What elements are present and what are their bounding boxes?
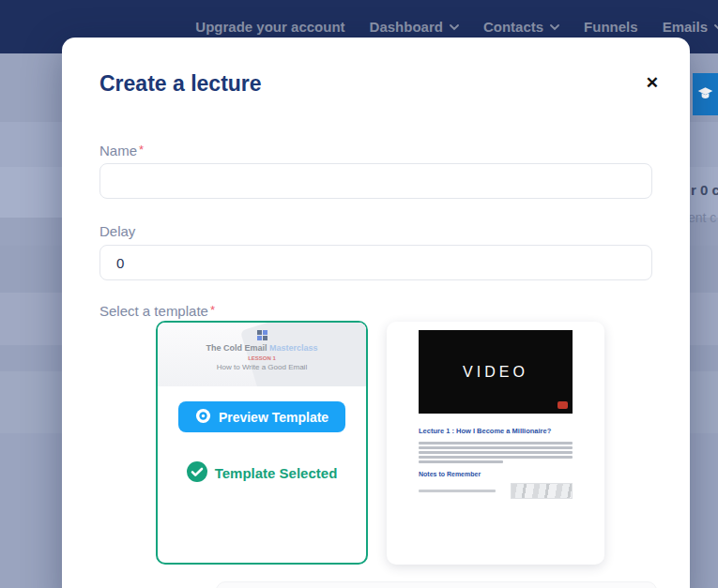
preview-button-label: Preview Template [219, 410, 328, 425]
eye-icon [195, 408, 211, 427]
body-text-placeholder [419, 442, 573, 463]
template-selected-status: Template Selected [158, 461, 366, 485]
notes-heading: Notes to Remember [419, 471, 573, 477]
video-player-thumbnail: VIDEO [419, 330, 573, 414]
chevron-down-icon [714, 24, 718, 31]
graduation-cap-icon [697, 86, 713, 103]
thumbnail-brand-title: The Cold Email Masterclass [158, 343, 366, 353]
nav-funnels[interactable]: Funnels [584, 19, 638, 35]
brand-text: The Cold Email [206, 343, 267, 353]
thumbnail-subtitle: How to Write a Good Email [158, 363, 366, 371]
background-text-fragment-top: r 0 c [691, 182, 718, 198]
chevron-down-icon [450, 24, 459, 31]
nav-dashboard[interactable]: Dashboard [370, 19, 459, 35]
required-asterisk: * [210, 303, 215, 317]
squares-logo-icon [257, 330, 267, 340]
create-lecture-modal: Create a lecture ✕ Name* Delay Select a … [62, 38, 690, 588]
delay-field-label: Delay [99, 223, 135, 239]
chevron-down-icon [550, 24, 559, 31]
nav-upgrade-account[interactable]: Upgrade your account [195, 19, 344, 35]
graduation-cap-button[interactable] [693, 73, 718, 115]
nav-contacts-label: Contacts [483, 19, 543, 35]
youtube-icon [558, 401, 568, 409]
delay-input[interactable] [99, 245, 652, 280]
preview-template-button[interactable]: Preview Template [178, 401, 345, 432]
brand-accent-text: Masterclass [269, 343, 318, 353]
template-card-list: The Cold Email Masterclass LESSON 1 How … [156, 321, 604, 565]
nav-contacts[interactable]: Contacts [483, 19, 559, 35]
template-card-video-lecture[interactable]: VIDEO Lecture 1 : How I Become a Million… [387, 322, 604, 565]
selected-badge-label: Template Selected [215, 465, 338, 481]
template-thumbnail: The Cold Email Masterclass LESSON 1 How … [158, 323, 366, 386]
name-field-label: Name* [99, 143, 144, 158]
next-row-card-edge [216, 581, 657, 588]
nav-funnels-label: Funnels [584, 19, 638, 35]
notes-content-row [419, 483, 573, 499]
video-placeholder-label: VIDEO [463, 364, 528, 381]
background-text-fragment-bottom: ent c [688, 210, 718, 225]
template-card-cold-email[interactable]: The Cold Email Masterclass LESSON 1 How … [156, 321, 368, 565]
thumbnail-lesson-tag: LESSON 1 [158, 355, 366, 361]
notes-text-placeholder [419, 490, 496, 492]
required-asterisk: * [139, 143, 144, 157]
notes-image-thumbnail [511, 483, 573, 499]
close-icon[interactable]: ✕ [646, 75, 659, 91]
delay-label-text: Delay [99, 223, 135, 239]
lecture-heading: Lecture 1 : How I Become a Millionaire? [419, 427, 573, 435]
template-section-label: Select a template* [99, 303, 215, 319]
name-label-text: Name [99, 143, 137, 158]
nav-upgrade-label: Upgrade your account [195, 19, 344, 35]
nav-dashboard-label: Dashboard [370, 19, 443, 35]
nav-emails-label: Emails [663, 19, 708, 35]
nav-emails[interactable]: Emails [663, 19, 718, 35]
check-circle-icon [187, 461, 207, 485]
name-input[interactable] [99, 163, 652, 199]
template-label-text: Select a template [99, 303, 208, 319]
modal-title: Create a lecture [99, 71, 262, 97]
